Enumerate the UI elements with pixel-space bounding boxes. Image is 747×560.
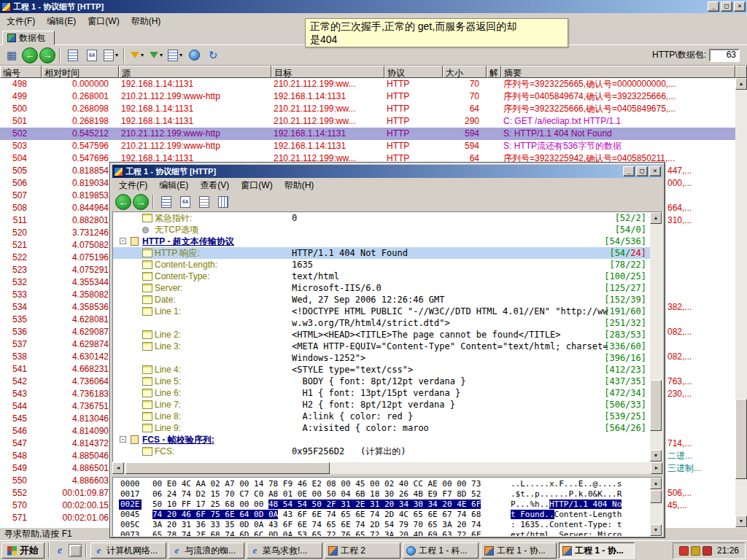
minimize-button[interactable]: _ — [623, 166, 635, 176]
scrollbar-thumb[interactable] — [125, 462, 330, 474]
packet-row[interactable]: 4990.268001210.21.112.199:www-http192.16… — [0, 90, 735, 103]
tree-node[interactable]: FCS:0x95F256D2 (计算出的) — [113, 446, 650, 457]
column-header[interactable]: 编号 — [0, 66, 42, 78]
summary-view-icon[interactable] — [196, 194, 213, 210]
packet-row[interactable]: 5030.547596210.21.112.199:www-http192.16… — [0, 140, 735, 152]
forward-icon[interactable]: → — [133, 194, 149, 210]
menu-item[interactable]: 查看(V) — [194, 177, 235, 194]
close-button[interactable]: × — [734, 1, 746, 12]
column-chooser-icon-dropdown[interactable]: ▾ — [179, 52, 182, 58]
taskbar-button[interactable]: e菜鸟求救!... — [247, 542, 322, 559]
menu-item[interactable]: 编辑(E) — [41, 13, 82, 30]
menu-item[interactable]: 编辑(E) — [153, 177, 194, 194]
scrollbar-thumb[interactable] — [650, 380, 662, 431]
packet-row[interactable]: 5000.268098192.168.1.14:1131210.21.112.1… — [0, 103, 735, 115]
minimize-button[interactable]: _ — [708, 1, 719, 12]
packet-row[interactable]: 4980.000000192.168.1.14:1131210.21.112.1… — [0, 78, 735, 90]
refresh-icon[interactable]: ↻ — [204, 47, 222, 63]
scroll-down-icon[interactable]: ▼ — [735, 516, 747, 527]
tree-node[interactable]: Line 2:<HTML><HEAD><TITLE>The page canno… — [113, 329, 650, 341]
start-button[interactable]: 开始 — [1, 542, 44, 559]
tray-icon-2[interactable] — [691, 546, 700, 556]
tree-node[interactable]: Line 8: A:link { color: red }[539/25] — [113, 411, 650, 422]
show-desktop-icon[interactable] — [69, 544, 82, 557]
taskbar-button[interactable]: 工程 1 - 协... — [559, 542, 635, 559]
tray-icon-3[interactable] — [703, 546, 712, 556]
restore-button[interactable]: □ — [636, 166, 648, 176]
graph-filter-icon-dropdown[interactable]: ▾ — [160, 52, 163, 58]
table-vertical-scrollbar[interactable]: ▲ ▼ — [735, 78, 747, 527]
tab-packets[interactable]: 数据包 — [2, 31, 55, 45]
tray-icon-1[interactable] — [679, 546, 689, 556]
main-titlebar[interactable]: 工程 1 - 协议细节 [HTTP] _□× — [0, 0, 747, 13]
tree-vertical-scrollbar[interactable]: ▲ ▼ — [650, 212, 662, 462]
tree-node[interactable]: -FCS - 帧校验序列: — [113, 434, 650, 446]
hex-row[interactable]: 000000 E0 4C AA 02 A7 00 14 78 F9 46 E2 … — [113, 479, 650, 489]
tree-node[interactable]: Line 6: H1 { font: 13pt/15pt verdana }[4… — [113, 387, 650, 399]
column-header[interactable]: 大小 — [443, 66, 487, 78]
hex-row[interactable]: 005C3A 20 31 36 33 35 0D 0A 43 6F 6E 74 … — [113, 520, 650, 530]
filter-icon[interactable]: ▾ — [128, 47, 146, 63]
tree-node[interactable]: Date:Wed, 27 Sep 2006 12:26:46 GMT[152/3… — [113, 294, 650, 306]
ie-quicklaunch-icon[interactable]: e — [53, 544, 66, 557]
tree-node[interactable]: w.w3.org/TR/html4/strict.dtd">[251/32] — [113, 317, 650, 329]
menu-item[interactable]: 文件(F) — [113, 177, 153, 194]
decode-view-icon-dropdown[interactable]: ▾ — [115, 52, 118, 58]
tree-horizontal-scrollbar[interactable]: ◄ ► — [112, 462, 662, 474]
restore-button[interactable]: □ — [721, 1, 732, 12]
project-grid-icon[interactable]: ▦ — [3, 47, 20, 63]
collapse-icon[interactable]: - — [120, 238, 126, 244]
hex-vertical-scrollbar[interactable]: ▲ ▼ — [650, 478, 662, 536]
back-icon[interactable]: ← — [115, 194, 131, 210]
packet-row[interactable]: 5020.545212210.21.112.199:www-http192.16… — [0, 128, 735, 140]
packet-row[interactable]: 5010.268198192.168.1.14:1131210.21.112.1… — [0, 115, 735, 128]
scrollbar-thumb[interactable] — [650, 490, 662, 503]
field-list-view-icon[interactable] — [158, 194, 175, 210]
taskbar-button[interactable]: 工程 1 - 科... — [403, 542, 479, 559]
column-header[interactable]: 协议 — [384, 66, 443, 78]
tree-node[interactable]: Line 7: H2 { font: 8pt/12pt verdana }[50… — [113, 399, 650, 411]
menu-item[interactable]: 文件(F) — [1, 13, 41, 30]
tree-node[interactable]: Line 1:<!DOCTYPE HTML PUBLIC "-//W3C//DT… — [113, 306, 650, 317]
menu-item[interactable]: 帮助(H) — [125, 13, 167, 30]
tree-node[interactable]: Server:Microsoft-IIS/6.0[125/27] — [113, 282, 650, 294]
forward-icon[interactable]: → — [39, 47, 55, 63]
scroll-right-icon[interactable]: ► — [651, 462, 662, 474]
column-header[interactable]: 摘要 — [501, 66, 735, 78]
tree-node[interactable]: 无TCP选项[54/0] — [113, 224, 650, 236]
tree-node[interactable]: Content-Type:text/html[100/25] — [113, 271, 650, 282]
tree-node[interactable]: Line 4:<STYLE type="text/css">[412/23] — [113, 364, 650, 376]
column-header[interactable]: 解 — [487, 66, 501, 78]
hex-view-icon[interactable]: 6A — [177, 194, 194, 210]
detail-titlebar[interactable]: 工程 1 - 协议细节 [HTTP] _□× — [112, 165, 662, 178]
scroll-up-icon[interactable]: ▲ — [735, 78, 747, 90]
scroll-down-icon[interactable]: ▼ — [650, 450, 662, 462]
tree-node[interactable]: Line 3:<META HTTP-EQUIV="Content-Type" C… — [113, 341, 650, 352]
filter-icon-dropdown[interactable]: ▾ — [141, 52, 144, 58]
close-button[interactable]: × — [649, 166, 661, 176]
column-view-icon[interactable] — [214, 194, 232, 210]
tree-node[interactable]: -HTTP - 超文本传输协议[54/536] — [113, 236, 650, 247]
tree-node[interactable]: Line 5: BODY { font: 8pt/12pt verdana }[… — [113, 376, 650, 387]
taskbar-button[interactable]: e计算机网络... — [90, 542, 166, 559]
collapse-icon[interactable]: - — [120, 436, 126, 443]
menu-item[interactable]: 窗口(W) — [235, 177, 278, 194]
hex-row[interactable]: 007365 78 74 2F 68 74 6D 6C 0D 0A 53 65 … — [113, 530, 650, 537]
column-header[interactable]: 相对时间 — [42, 66, 119, 78]
scroll-up-icon[interactable]: ▲ — [650, 478, 662, 489]
menu-item[interactable]: 帮助(H) — [279, 177, 320, 194]
tree-node[interactable]: Content-Length:1635[78/22] — [113, 259, 650, 271]
hex-view-icon[interactable]: 6A — [83, 47, 101, 63]
column-header[interactable]: 源 — [119, 66, 271, 78]
taskbar-button[interactable]: 工程 2 — [325, 542, 400, 559]
hex-row[interactable]: 004574 20 46 6F 75 6E 64 0D 0A 43 6F 6E … — [113, 510, 650, 520]
taskbar-button[interactable]: 工程 1 - 协... — [481, 542, 557, 559]
hex-row[interactable]: 002E50 10 FF 17 25 68 00 00 48 54 54 50 … — [113, 499, 650, 510]
taskbar-button[interactable]: e与流浪的蜘... — [169, 542, 244, 559]
hex-row[interactable]: 001706 24 74 D2 15 70 C7 C0 A8 01 0E 00 … — [113, 489, 650, 499]
scroll-up-icon[interactable]: ▲ — [650, 212, 662, 224]
column-header[interactable]: 目标 — [271, 66, 384, 78]
clock-icon[interactable] — [185, 47, 203, 63]
back-icon[interactable]: ← — [22, 47, 38, 63]
tree-node[interactable]: HTTP 响应:HTTP/1.1 404 Not Found[54/24] — [113, 247, 650, 259]
